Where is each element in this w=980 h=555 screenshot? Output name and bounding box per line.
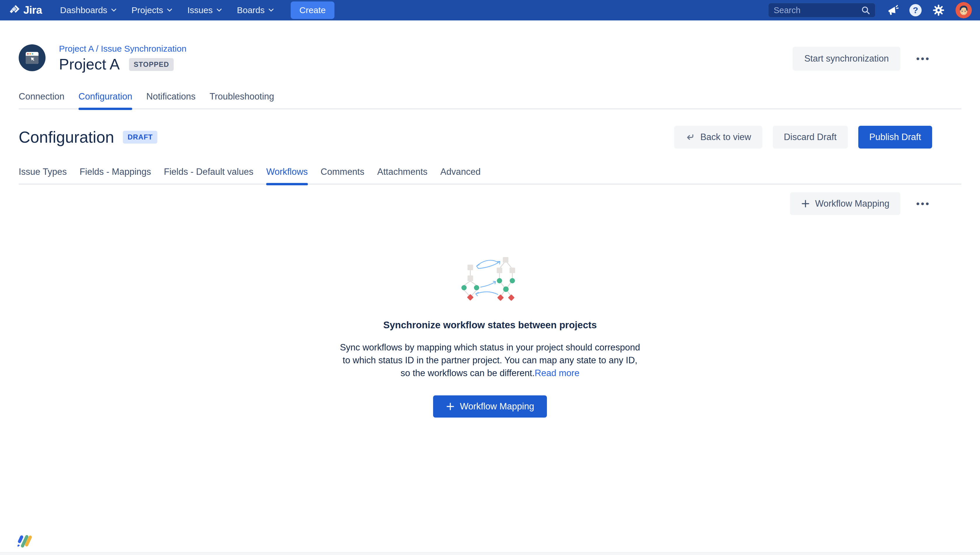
configuration-actions: Back to view Discard Draft Publish Draft (674, 126, 932, 149)
draft-badge: DRAFT (123, 131, 157, 144)
empty-state-line2: to which status ID in the partner projec… (340, 354, 640, 367)
tab-notifications[interactable]: Notifications (146, 91, 196, 108)
add-workflow-mapping-button[interactable]: Workflow Mapping (790, 192, 900, 215)
subtab-workflows[interactable]: Workflows (266, 167, 308, 184)
empty-state-line3-wrap: so the workflows can be different.Read m… (340, 367, 640, 380)
gear-icon (932, 4, 945, 17)
tab-connection[interactable]: Connection (19, 91, 64, 108)
getint-logo-icon (15, 533, 34, 550)
user-avatar[interactable] (956, 2, 972, 18)
project-more-menu-button[interactable]: ••• (914, 53, 932, 64)
subtab-attachments[interactable]: Attachments (377, 167, 427, 184)
bottom-edge-strip (0, 552, 980, 555)
workflows-toolbar: Workflow Mapping ••• (19, 192, 932, 215)
workflow-sync-illustration (449, 248, 531, 306)
project-header-actions: Start synchronization ••• (792, 47, 932, 71)
configuration-header: Configuration DRAFT Back to view Discard… (19, 126, 961, 149)
more-dots-icon: ••• (916, 199, 930, 209)
chevron-down-icon (217, 8, 222, 12)
chevron-down-icon (268, 8, 274, 12)
empty-state-description: Sync workflows by mapping which status i… (340, 341, 640, 380)
discard-draft-button[interactable]: Discard Draft (773, 126, 848, 149)
publish-draft-button[interactable]: Publish Draft (858, 126, 932, 149)
back-arrow-icon (685, 133, 695, 142)
help-icon: ? (909, 4, 922, 16)
page-content: Project A / Issue Synchronization Projec… (0, 44, 980, 417)
page-title: Project A (59, 56, 120, 73)
nav-item-projects[interactable]: Projects (132, 5, 172, 15)
search-box (768, 3, 876, 18)
chevron-down-icon (167, 8, 172, 12)
nav-item-label: Boards (237, 5, 265, 15)
breadcrumb[interactable]: Project A / Issue Synchronization (59, 44, 186, 54)
settings-button[interactable] (932, 4, 945, 17)
more-dots-icon: ••• (916, 53, 930, 64)
user-avatar-image (956, 2, 972, 18)
empty-state-add-workflow-mapping-button[interactable]: Workflow Mapping (433, 395, 547, 417)
nav-item-issues[interactable]: Issues (188, 5, 222, 15)
project-title-row: Project A STOPPED (59, 56, 186, 73)
configuration-title: Configuration (19, 128, 114, 146)
project-header-text: Project A / Issue Synchronization Projec… (59, 44, 186, 73)
subtab-fields-default-values[interactable]: Fields - Default values (164, 167, 253, 184)
plus-icon (801, 199, 810, 208)
subtab-issue-types[interactable]: Issue Types (19, 167, 67, 184)
jira-logo-icon (9, 4, 21, 16)
footer-brand-logo (15, 533, 34, 551)
empty-state-line3: so the workflows can be different. (401, 368, 535, 378)
nav-item-boards[interactable]: Boards (237, 5, 274, 15)
add-workflow-mapping-label: Workflow Mapping (815, 199, 889, 209)
nav-item-label: Projects (132, 5, 163, 15)
empty-state-line1: Sync workflows by mapping which status i… (340, 341, 640, 354)
workflows-more-menu-button[interactable]: ••• (914, 198, 932, 210)
project-avatar (19, 44, 45, 71)
top-navigation: Jira Dashboards Projects Issues Boards C… (0, 0, 980, 21)
nav-item-dashboards[interactable]: Dashboards (60, 5, 116, 15)
subtab-advanced[interactable]: Advanced (440, 167, 481, 184)
configuration-subtabs: Issue Types Fields - Mappings Fields - D… (19, 167, 961, 185)
megaphone-icon (886, 4, 899, 17)
jira-logo[interactable]: Jira (9, 4, 42, 16)
empty-state-title: Synchronize workflow states between proj… (383, 319, 597, 330)
search-input[interactable] (773, 5, 858, 16)
cta-label: Workflow Mapping (460, 401, 534, 412)
subtab-comments[interactable]: Comments (321, 167, 364, 184)
tab-configuration[interactable]: Configuration (79, 91, 132, 108)
main-tabs: Connection Configuration Notifications T… (19, 91, 961, 109)
back-to-view-label: Back to view (701, 132, 751, 143)
nav-item-label: Issues (188, 5, 213, 15)
announcements-button[interactable] (886, 4, 899, 17)
tab-troubleshooting[interactable]: Troubleshooting (210, 91, 274, 108)
help-button[interactable]: ? (909, 4, 922, 16)
jira-logo-text: Jira (23, 4, 42, 16)
status-badge: STOPPED (129, 58, 174, 71)
workflows-empty-state: Synchronize workflow states between proj… (19, 248, 961, 417)
back-to-view-button[interactable]: Back to view (674, 126, 762, 149)
search-icon (861, 5, 871, 15)
start-synchronization-button[interactable]: Start synchronization (792, 47, 900, 71)
read-more-link[interactable]: Read more (535, 368, 579, 378)
plus-icon (446, 402, 455, 411)
project-header: Project A / Issue Synchronization Projec… (19, 44, 961, 73)
create-button[interactable]: Create (291, 2, 334, 19)
chevron-down-icon (111, 8, 116, 12)
subtab-fields-mappings[interactable]: Fields - Mappings (80, 167, 151, 184)
nav-item-label: Dashboards (60, 5, 107, 15)
